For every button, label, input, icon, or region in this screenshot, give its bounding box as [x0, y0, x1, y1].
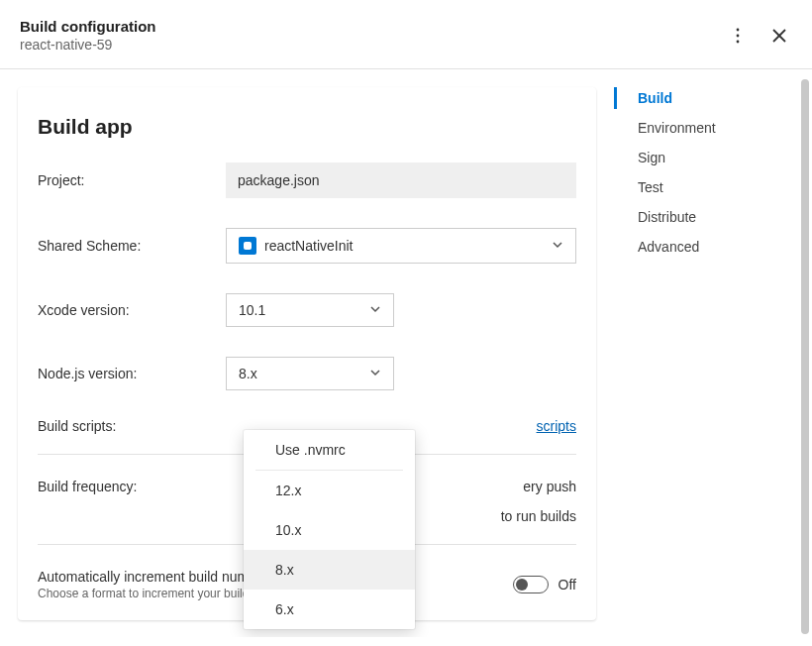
body: Build app Project: package.json Shared S… [0, 69, 812, 637]
chevron-down-icon [369, 302, 381, 318]
close-button[interactable] [770, 27, 788, 45]
xcode-select[interactable]: 10.1 [226, 293, 394, 327]
xcode-row: Xcode version: 10.1 [38, 293, 576, 327]
chevron-down-icon [552, 238, 563, 254]
sidebar-item-advanced[interactable]: Advanced [614, 232, 812, 262]
more-icon [729, 27, 747, 45]
sidebar-item-build[interactable]: Build [614, 83, 812, 113]
header: Build configuration react-native-59 [0, 0, 812, 69]
scheme-control: reactNativeInit [226, 228, 576, 264]
header-title: Build configuration [20, 18, 155, 35]
sidebar-item-distribute[interactable]: Distribute [614, 202, 812, 232]
dropdown-option-12[interactable]: 12.x [244, 471, 415, 510]
build-scripts-link[interactable]: scripts [537, 418, 576, 434]
svg-point-0 [737, 28, 740, 31]
build-card: Build app Project: package.json Shared S… [18, 87, 596, 620]
project-row: Project: package.json [38, 162, 576, 198]
app-icon [239, 237, 256, 255]
scrollbar[interactable] [801, 79, 809, 634]
dropdown-option-6[interactable]: 6.x [244, 590, 415, 629]
auto-increment-toggle[interactable] [513, 576, 549, 593]
scheme-value: reactNativeInit [264, 238, 353, 254]
build-scripts-label: Build scripts: [38, 418, 226, 434]
project-label: Project: [38, 172, 226, 188]
dropdown-option-10[interactable]: 10.x [244, 510, 415, 550]
node-select[interactable]: 8.x [226, 357, 394, 390]
more-button[interactable] [729, 27, 747, 45]
project-field: package.json [226, 162, 576, 198]
project-value: package.json [226, 162, 576, 198]
node-label: Node.js version: [38, 366, 226, 381]
card-title: Build app [38, 115, 576, 139]
main-panel: Build app Project: package.json Shared S… [0, 69, 614, 637]
dropdown-option-8[interactable]: 8.x [244, 550, 415, 590]
close-icon [770, 27, 788, 45]
node-row: Node.js version: 8.x [38, 357, 576, 390]
svg-point-1 [737, 34, 740, 37]
header-subtitle: react-native-59 [20, 37, 155, 53]
chevron-down-icon [369, 366, 381, 381]
node-value: 8.x [239, 366, 257, 381]
node-version-dropdown: Use .nvmrc 12.x 10.x 8.x 6.x [244, 430, 415, 629]
svg-rect-5 [244, 242, 252, 250]
toggle-state-label: Off [558, 577, 576, 592]
auto-increment-subtitle: Choose a format to increment your builds… [38, 587, 268, 600]
xcode-label: Xcode version: [38, 302, 226, 318]
scheme-label: Shared Scheme: [38, 238, 226, 254]
header-actions [729, 27, 788, 45]
sidebar: Build Environment Sign Test Distribute A… [614, 69, 812, 637]
auto-increment-title: Automatically increment build number [38, 569, 268, 585]
header-left: Build configuration react-native-59 [20, 18, 155, 53]
svg-point-2 [737, 40, 740, 43]
frequency-label: Build frequency: [38, 479, 226, 494]
sidebar-item-test[interactable]: Test [614, 172, 812, 202]
scheme-select[interactable]: reactNativeInit [226, 228, 576, 264]
scheme-row: Shared Scheme: reactNativeInit [38, 228, 576, 264]
xcode-value: 10.1 [239, 302, 265, 318]
toggle-knob [516, 579, 528, 591]
dropdown-option-nvmrc[interactable]: Use .nvmrc [244, 430, 415, 470]
sidebar-item-sign[interactable]: Sign [614, 143, 812, 172]
sidebar-item-environment[interactable]: Environment [614, 113, 812, 143]
